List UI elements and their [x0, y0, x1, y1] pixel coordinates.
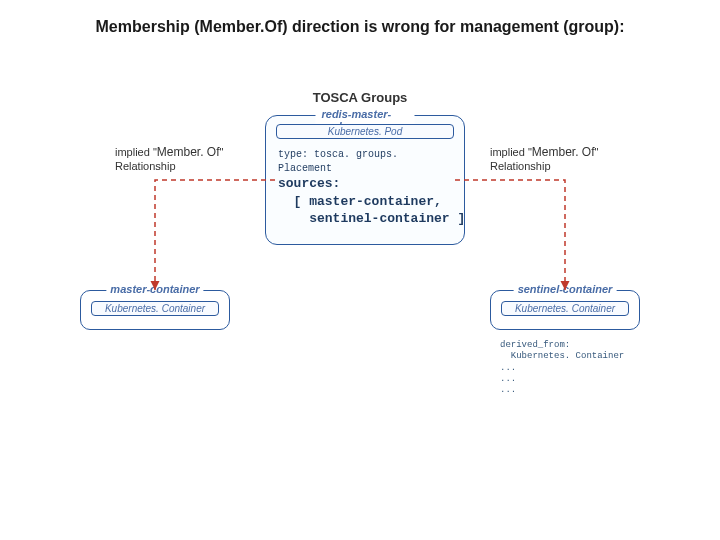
node-type: Kubernetes. Container: [501, 301, 629, 316]
memberof-text: Member. Of: [157, 145, 220, 159]
node-name: sentinel-container: [514, 283, 617, 295]
pod-body: type: tosca. groups. Placement sources: …: [278, 148, 452, 228]
tosca-groups-label: TOSCA Groups: [0, 90, 720, 105]
pod-box: redis-master-pod Kubernetes. Pod type: t…: [265, 115, 465, 245]
implied-line2: Relationship: [490, 160, 551, 172]
implied-suffix: ": [595, 146, 599, 158]
pod-sources-label: sources:: [278, 175, 452, 193]
connector-lines: [0, 0, 720, 540]
node-name: master-container: [106, 283, 203, 295]
derived-from-block: derived_from: Kubernetes. Container ... …: [500, 340, 650, 396]
master-container-node: master-container Kubernetes. Container: [80, 290, 230, 330]
implied-suffix: ": [220, 146, 224, 158]
implied-memberof-left: implied "Member. Of" Relationship: [115, 145, 235, 174]
node-type: Kubernetes. Container: [91, 301, 219, 316]
pod-type-line: type: tosca. groups. Placement: [278, 148, 452, 175]
diagram-title: Membership (Member.Of) direction is wron…: [0, 18, 720, 36]
memberof-text: Member. Of: [532, 145, 595, 159]
pod-sources-body: [ master-container, sentinel-container ]: [278, 193, 452, 228]
implied-line2: Relationship: [115, 160, 176, 172]
implied-memberof-right: implied "Member. Of" Relationship: [490, 145, 610, 174]
sentinel-container-node: sentinel-container Kubernetes. Container: [490, 290, 640, 330]
implied-prefix: implied ": [490, 146, 532, 158]
pod-subtype: Kubernetes. Pod: [276, 124, 454, 139]
implied-prefix: implied ": [115, 146, 157, 158]
